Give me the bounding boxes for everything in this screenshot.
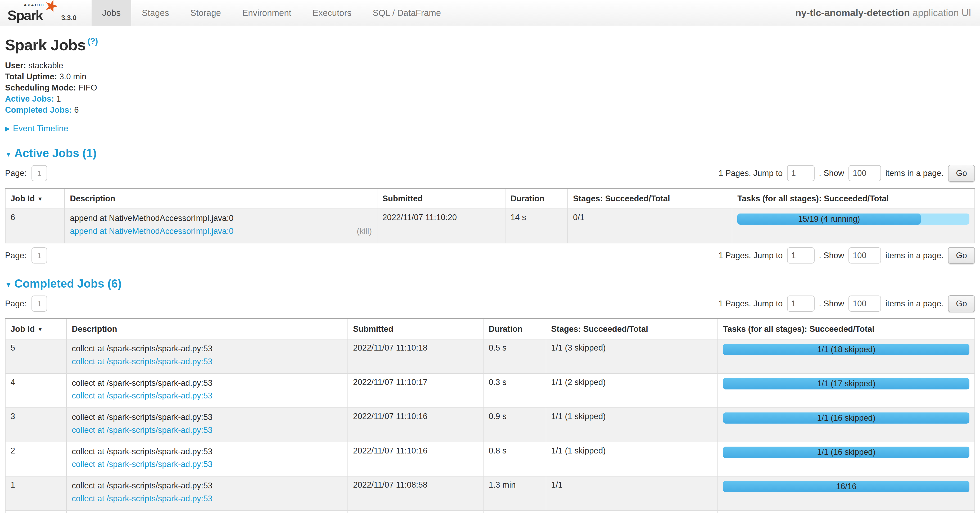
content: Spark Jobs(?) User: stackable Total Upti… (0, 36, 980, 513)
description-cell: collect at /spark-scripts/spark-ad.py:53… (67, 373, 348, 408)
tasks-progress-bar: 15/19 (4 running) (737, 213, 969, 225)
page-jump-controls: 1 Pages. Jump to . Show items in a page.… (719, 165, 975, 182)
kill-job-link[interactable]: (kill) (357, 226, 372, 237)
go-button[interactable]: Go (948, 295, 975, 312)
completed-jobs-link[interactable]: Completed Jobs: (5, 105, 72, 114)
completed-jobs-section-header[interactable]: ▼Completed Jobs (6) (5, 277, 975, 290)
tab-stages[interactable]: Stages (131, 0, 180, 25)
page-label: Page: (5, 251, 27, 260)
column-header-job-id[interactable]: Job Id▼ (5, 319, 67, 339)
column-header-duration[interactable]: Duration (505, 188, 568, 209)
column-header-submitted[interactable]: Submitted (348, 319, 483, 339)
info-user-value: stackable (26, 61, 63, 70)
stages-cell: 1/1 (3 skipped) (546, 339, 718, 373)
job-description-link[interactable]: collect at /spark-scripts/spark-ad.py:53 (72, 390, 213, 401)
submitted-cell: 2022/11/07 11:10:18 (348, 339, 483, 373)
go-button[interactable]: Go (948, 165, 975, 182)
pages-count-text: 1 Pages. Jump to (719, 168, 783, 178)
submitted-cell: 2022/11/07 11:10:16 (348, 442, 483, 476)
tasks-progress-fill: 16/16 (723, 481, 969, 492)
column-header-description[interactable]: Description (67, 319, 348, 339)
completed-job-row: 5 collect at /spark-scripts/spark-ad.py:… (5, 339, 975, 373)
tasks-cell: 16/16 (718, 476, 975, 511)
help-link[interactable]: (?) (88, 36, 98, 46)
column-header-stages[interactable]: Stages: Succeeded/Total (568, 188, 732, 209)
submitted-cell: 2022/11/07 11:08:15 (348, 511, 483, 513)
collapsed-arrow-icon: ▶ (5, 125, 10, 132)
jump-to-page-input[interactable] (787, 247, 815, 264)
tasks-progress-bar: 1/1 (16 skipped) (723, 413, 969, 424)
info-scheduling-mode: Scheduling Mode: FIFO (5, 82, 975, 94)
page-title: Spark Jobs(?) (5, 36, 975, 54)
job-description-link[interactable]: collect at /spark-scripts/spark-ad.py:53 (72, 356, 213, 367)
page-jump-controls: 1 Pages. Jump to . Show items in a page.… (719, 247, 975, 264)
job-description: append at NativeMethodAccessorImpl.java:… (70, 213, 372, 224)
tasks-progress-bar: 16/16 (723, 481, 969, 492)
tasks-progress-bar: 1/1 (16 skipped) (723, 446, 969, 458)
spark-logo[interactable]: APACHE Spark ★ 3.3.0 (0, 0, 83, 25)
info-user: User: stackable (5, 60, 975, 71)
column-header-job-id[interactable]: Job Id▼ (5, 188, 65, 209)
info-uptime-value: 3.0 min (57, 72, 86, 81)
tab-environment[interactable]: Environment (232, 0, 302, 25)
stages-cell: 1/1 (1 skipped) (546, 408, 718, 442)
tab-storage[interactable]: Storage (180, 0, 232, 25)
completed-job-row: 2 collect at /spark-scripts/spark-ad.py:… (5, 442, 975, 476)
spark-logo-graphic: APACHE Spark ★ (7, 2, 56, 23)
expanded-arrow-icon: ▼ (5, 150, 12, 159)
duration-cell: 14 s (505, 209, 568, 243)
page-selector: Page: 1 (5, 165, 47, 181)
active-job-row: 6 append at NativeMethodAccessorImpl.jav… (5, 209, 975, 243)
active-jobs-section-header[interactable]: ▼Active Jobs (1) (5, 146, 975, 160)
tab-jobs[interactable]: Jobs (92, 0, 131, 25)
stages-cell: 1/1 (1 skipped) (546, 442, 718, 476)
completed-job-row: 1 collect at /spark-scripts/spark-ad.py:… (5, 476, 975, 511)
page-number-button[interactable]: 1 (32, 247, 47, 264)
active-jobs-link[interactable]: Active Jobs: (5, 94, 54, 103)
column-header-stages[interactable]: Stages: Succeeded/Total (546, 319, 718, 339)
items-per-page-input[interactable] (848, 247, 881, 264)
column-header-submitted[interactable]: Submitted (377, 188, 505, 209)
description-cell: collect at /spark-scripts/spark-ad.py:53… (67, 408, 348, 442)
tasks-progress-fill: 1/1 (16 skipped) (723, 413, 969, 424)
submitted-cell: 2022/11/07 11:10:16 (348, 408, 483, 442)
items-per-page-input[interactable] (848, 165, 881, 181)
job-id-cell: 5 (5, 339, 67, 373)
column-header-duration[interactable]: Duration (483, 319, 546, 339)
job-description-link[interactable]: collect at /spark-scripts/spark-ad.py:53 (72, 459, 213, 470)
items-per-page-input[interactable] (848, 295, 881, 312)
stages-cell: 1/1 (546, 511, 718, 513)
info-completed-jobs-value: 6 (72, 105, 79, 114)
page-selector: Page: 1 (5, 247, 47, 264)
submitted-cell: 2022/11/07 11:08:58 (348, 476, 483, 511)
active-jobs-section-title: Active Jobs (1) (14, 146, 97, 160)
duration-cell: 39 s (483, 511, 546, 513)
go-button[interactable]: Go (948, 247, 975, 264)
show-text: . Show (819, 168, 844, 178)
job-id-cell: 4 (5, 373, 67, 408)
tab-sql-dataframe[interactable]: SQL / DataFrame (362, 0, 452, 25)
items-in-page-text: items in a page. (885, 299, 943, 308)
summary-info-list: User: stackable Total Uptime: 3.0 min Sc… (5, 60, 975, 116)
job-description-link[interactable]: append at NativeMethodAccessorImpl.java:… (70, 226, 234, 237)
page-number-button[interactable]: 1 (32, 165, 47, 181)
page-jump-controls: 1 Pages. Jump to . Show items in a page.… (719, 295, 975, 312)
column-header-tasks[interactable]: Tasks (for all stages): Succeeded/Total (718, 319, 975, 339)
column-header-tasks[interactable]: Tasks (for all stages): Succeeded/Total (732, 188, 975, 209)
spark-version: 3.3.0 (61, 14, 76, 23)
items-in-page-text: items in a page. (885, 251, 943, 260)
event-timeline-toggle[interactable]: ▶Event Timeline (5, 124, 975, 133)
tasks-progress-fill: 1/1 (18 skipped) (723, 344, 969, 355)
job-description-link[interactable]: collect at /spark-scripts/spark-ad.py:53 (72, 425, 213, 435)
tab-executors[interactable]: Executors (302, 0, 362, 25)
column-header-description[interactable]: Description (65, 188, 377, 209)
event-timeline-link[interactable]: ▶Event Timeline (5, 124, 68, 133)
items-in-page-text: items in a page. (885, 168, 943, 178)
jump-to-page-input[interactable] (787, 295, 815, 312)
jump-to-page-input[interactable] (787, 165, 815, 181)
page-number-button[interactable]: 1 (32, 295, 47, 312)
tasks-cell: 1/1 (718, 511, 975, 513)
job-description-link[interactable]: collect at /spark-scripts/spark-ad.py:53 (72, 493, 213, 504)
tasks-cell: 15/19 (4 running) (732, 209, 975, 243)
info-uptime: Total Uptime: 3.0 min (5, 71, 975, 82)
